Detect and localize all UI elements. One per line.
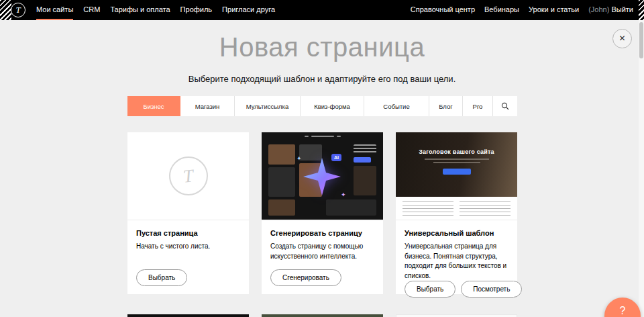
close-icon[interactable]: ✕ [612, 29, 632, 48]
nav-logout[interactable]: (John) Выйти [588, 0, 633, 20]
tab-shop[interactable]: Магазин [180, 96, 235, 116]
tilda-logo-letter: T [15, 5, 20, 15]
scrollbar-thumb[interactable] [639, 22, 643, 58]
vertical-scrollbar[interactable] [639, 20, 644, 317]
preview-blue-button [354, 157, 371, 163]
template-category-tabs: Бизнес Магазин Мультиссылка Квиз-форма С… [127, 96, 517, 116]
blank-page-preview[interactable]: T [127, 132, 249, 220]
search-icon [501, 102, 509, 110]
tilda-sketch-logo-icon: T [169, 156, 208, 195]
card-body: Пустая страница Начать с чистого листа. … [127, 220, 249, 294]
card-ai-generate: ✦ ✦ AI Сгенерировать страницу Создать ст… [262, 132, 383, 294]
card-actions: Выбрать [136, 269, 240, 286]
preview-hero: Заголовок вашего сайта [396, 132, 517, 197]
preview-text-column [460, 201, 511, 216]
page-title: Новая страница [0, 32, 644, 62]
tab-quiz-form[interactable]: Квиз-форма [301, 96, 364, 116]
topbar-nav-left: Мои сайты CRM Тарифы и оплата Профиль Пр… [36, 0, 275, 20]
card-description: Создать страницу с помощью искусственног… [270, 242, 374, 261]
nav-invite-friend[interactable]: Пригласи друга [222, 0, 275, 20]
card-title: Сгенерировать страницу [270, 229, 374, 237]
preview-hero-button [443, 169, 471, 175]
help-button[interactable]: ? [604, 298, 641, 317]
nav-help-center[interactable]: Справочный центр [411, 0, 475, 20]
preview-caption-line [433, 162, 480, 163]
preview-thumbnail [268, 144, 295, 165]
nav-pricing[interactable]: Тарифы и оплата [110, 0, 170, 20]
card-blank-page: T Пустая страница Начать с чистого листа… [127, 132, 249, 294]
preview-caption-line [425, 158, 489, 160]
corner-stripes-right [639, 0, 644, 20]
tilda-sketch-letter: T [181, 157, 195, 194]
template-card-partial[interactable] [127, 314, 249, 317]
topbar: T Мои сайты CRM Тарифы и оплата Профиль … [0, 0, 644, 20]
generate-button[interactable]: Сгенерировать [270, 269, 341, 286]
choose-blank-button[interactable]: Выбрать [136, 269, 187, 286]
template-card-partial[interactable] [262, 314, 383, 317]
card-body: Сгенерировать страницу Создать страницу … [262, 220, 383, 294]
card-title: Пустая страница [136, 229, 240, 237]
page-subtitle: Выберите подходящий шаблон и адаптируйте… [0, 74, 644, 84]
tab-search[interactable] [493, 96, 517, 116]
topbar-nav-right: Справочный центр Вебинары Уроки и статьи… [411, 0, 633, 20]
preview-thumbnail [268, 199, 295, 216]
sparkle-icon: ✦ [341, 191, 346, 198]
nav-lessons[interactable]: Уроки и статьи [529, 0, 579, 20]
universal-template-preview[interactable]: Заголовок вашего сайта [396, 132, 517, 220]
template-card-partial[interactable] [396, 314, 517, 317]
ai-star-icon [301, 155, 343, 198]
nav-crm[interactable]: CRM [83, 0, 100, 20]
corner-stripes-left [0, 0, 11, 20]
tab-business[interactable]: Бизнес [127, 96, 180, 116]
preview-text-lines [354, 144, 376, 154]
tab-multilink[interactable]: Мультиссылка [235, 96, 301, 116]
template-cards-row: T Пустая страница Начать с чистого листа… [127, 132, 517, 294]
nav-webinars[interactable]: Вебинары [484, 0, 519, 20]
tab-event[interactable]: Событие [364, 96, 429, 116]
preview-text-column [402, 201, 453, 216]
card-description: Начать с чистого листа. [136, 242, 240, 252]
ai-badge: AI [331, 154, 341, 161]
preview-mini-topbar [262, 132, 383, 140]
tab-pro[interactable]: Pro [463, 96, 493, 116]
card-description: Универсальная страница для бизнеса. Поня… [405, 242, 508, 281]
preview-thumbnail [354, 166, 376, 195]
card-actions: Выбрать Посмотреть [405, 281, 508, 298]
ai-generate-preview[interactable]: ✦ ✦ AI [262, 132, 383, 220]
preview-hero-title: Заголовок вашего сайта [396, 148, 517, 155]
tab-blog[interactable]: Блог [429, 96, 463, 116]
template-cards-row-2 [127, 314, 517, 317]
preview-thumbnail [326, 199, 376, 216]
logout-label: Выйти [611, 5, 633, 13]
card-title: Универсальный шаблон [405, 229, 508, 237]
card-universal-template: Заголовок вашего сайта Универсальный шаб… [396, 132, 517, 294]
card-actions: Сгенерировать [270, 269, 374, 286]
help-question-mark: ? [620, 306, 626, 316]
sparkle-icon: ✦ [297, 155, 302, 162]
view-template-button[interactable]: Посмотреть [461, 281, 522, 298]
choose-template-button[interactable]: Выбрать [405, 281, 455, 298]
preview-thumbnail [268, 167, 295, 197]
tilda-logo[interactable]: T [11, 3, 25, 17]
user-name: (John) [588, 5, 609, 13]
nav-my-sites[interactable]: Мои сайты [36, 0, 73, 20]
card-body: Универсальный шаблон Универсальная стран… [396, 220, 517, 306]
nav-profile[interactable]: Профиль [180, 0, 213, 20]
new-page-dialog: T Мои сайты CRM Тарифы и оплата Профиль … [0, 0, 644, 317]
